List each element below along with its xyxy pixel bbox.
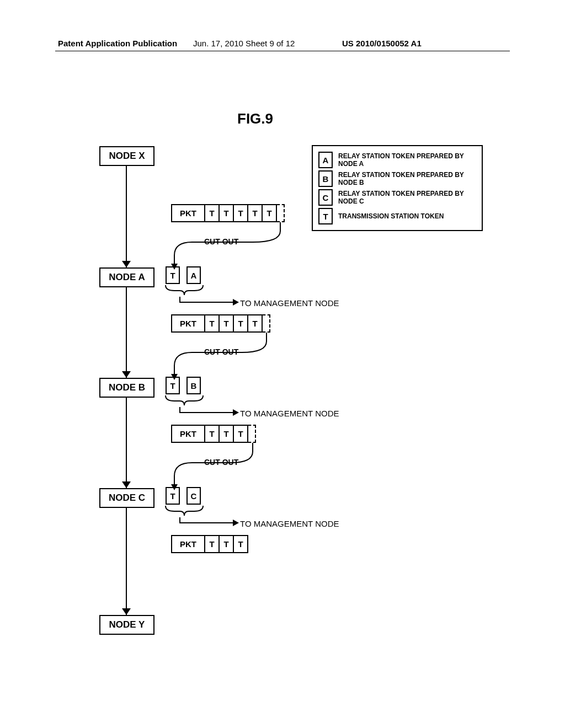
mgmt-arrow-line [179, 412, 234, 413]
legend-text: RELAY STATION TOKEN PREPARED BY NODE B [338, 171, 476, 187]
figure-title: FIG.9 [237, 110, 273, 127]
token-cell: T [220, 314, 234, 333]
dashed-end [277, 204, 285, 222]
node-y-box: NODE Y [99, 615, 154, 635]
pkt-label: PKT [171, 314, 205, 333]
token-pair-c: T C [166, 487, 201, 505]
legend-token-t: T [318, 208, 333, 224]
token-cell: T [205, 535, 220, 553]
token-t: T [166, 487, 180, 505]
token-cell: T [220, 535, 234, 553]
token-cell: T [205, 425, 220, 443]
arrow-right-icon [233, 299, 239, 306]
token-cell: T [220, 204, 234, 222]
pkt-row-2: PKT T T T T [171, 314, 270, 333]
token-t: T [166, 266, 180, 284]
cutout-curve-icon [170, 333, 275, 382]
legend-row: C RELAY STATION TOKEN PREPARED BY NODE C [318, 189, 476, 206]
brace-icon [163, 506, 205, 522]
node-c-box: NODE C [99, 488, 154, 508]
header-right: US 2010/0150052 A1 [342, 39, 422, 48]
token-cell: T [205, 204, 220, 222]
arrow-down-icon [122, 371, 131, 378]
token-cell: T [234, 425, 248, 443]
brace-icon [163, 395, 205, 412]
legend-token-a: A [318, 152, 333, 168]
token-cell: T [205, 314, 220, 333]
token-cell: T [234, 535, 248, 553]
arrow-right-icon [233, 520, 239, 526]
token-c: C [186, 487, 201, 505]
token-t: T [166, 377, 180, 394]
arrow-down-icon [122, 481, 131, 488]
pkt-row-4: PKT T T T [171, 535, 248, 553]
pkt-row-1: PKT T T T T T [171, 204, 285, 222]
token-cell: T [263, 204, 277, 222]
token-cell: T [248, 314, 263, 333]
token-cell: T [220, 425, 234, 443]
brace-icon [163, 285, 205, 302]
flow-line [126, 508, 127, 615]
header-divider [55, 51, 510, 51]
pkt-label: PKT [171, 425, 205, 443]
mgmt-label: TO MANAGEMENT NODE [240, 519, 339, 528]
flow-line [126, 287, 127, 378]
legend-token-b: B [318, 170, 333, 187]
node-b-box: NODE B [99, 378, 154, 398]
mgmt-arrow-line [179, 302, 234, 303]
cutout-curve-icon [170, 443, 264, 493]
arrow-right-icon [233, 409, 239, 416]
legend-text: RELAY STATION TOKEN PREPARED BY NODE C [338, 190, 476, 206]
legend-box: A RELAY STATION TOKEN PREPARED BY NODE A… [312, 145, 483, 231]
token-a: A [186, 266, 201, 284]
token-cell: T [234, 314, 248, 333]
legend-text: TRANSMISSION STATION TOKEN [338, 212, 444, 220]
node-x-box: NODE X [99, 146, 154, 166]
mgmt-arrow-line [179, 522, 234, 523]
token-pair-a: T A [166, 266, 201, 284]
flow-line [126, 398, 127, 488]
arrow-down-icon [122, 608, 131, 615]
legend-token-c: C [318, 189, 333, 206]
legend-row: A RELAY STATION TOKEN PREPARED BY NODE A [318, 152, 476, 168]
token-cell: T [248, 204, 263, 222]
header-center: Jun. 17, 2010 Sheet 9 of 12 [193, 39, 295, 48]
pkt-label: PKT [171, 204, 205, 222]
cutout-curve-icon [170, 222, 286, 272]
dashed-end [248, 425, 256, 443]
diagram-container: NODE X NODE A NODE B NODE C NODE Y A REL… [94, 146, 491, 654]
token-b: B [186, 377, 201, 394]
node-a-box: NODE A [99, 267, 154, 287]
legend-row: B RELAY STATION TOKEN PREPARED BY NODE B [318, 170, 476, 187]
token-pair-b: T B [166, 377, 201, 394]
flow-line [126, 166, 127, 267]
pkt-row-3: PKT T T T [171, 425, 256, 443]
legend-text: RELAY STATION TOKEN PREPARED BY NODE A [338, 152, 476, 168]
header-left: Patent Application Publication [58, 39, 177, 48]
arrow-down-icon [122, 261, 131, 267]
token-cell: T [234, 204, 248, 222]
pkt-label: PKT [171, 535, 205, 553]
mgmt-label: TO MANAGEMENT NODE [240, 409, 339, 418]
dashed-end [263, 314, 270, 333]
mgmt-label: TO MANAGEMENT NODE [240, 298, 339, 308]
legend-row: T TRANSMISSION STATION TOKEN [318, 208, 476, 224]
